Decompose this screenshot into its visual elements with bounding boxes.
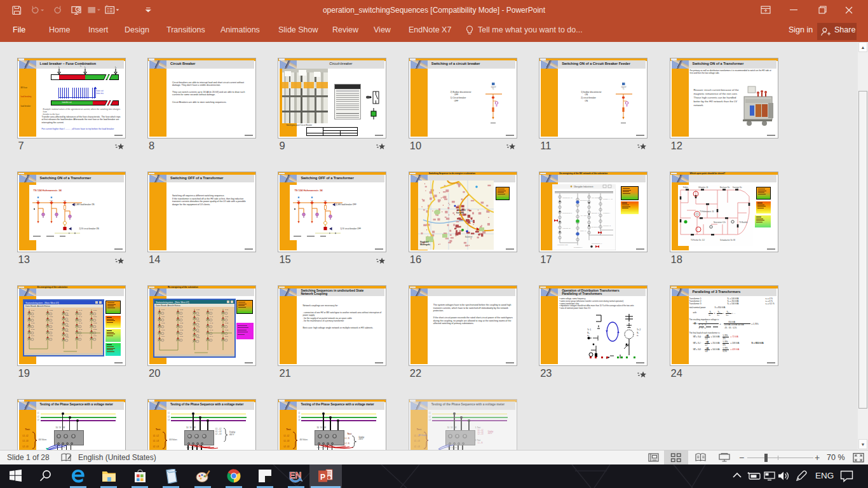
svg-text:N 41: N 41 xyxy=(210,316,214,318)
svg-text:N 40: N 40 xyxy=(79,309,83,311)
svg-text:N 24: N 24 xyxy=(50,335,53,337)
svg-text:N 43: N 43 xyxy=(210,329,214,331)
svg-text:F02: F02 xyxy=(311,200,314,201)
svg-text:N 54: N 54 xyxy=(225,336,229,337)
svg-text:N 53: N 53 xyxy=(93,329,97,330)
svg-text:Tr 2: Tr 2 xyxy=(637,329,641,331)
svg-text:F03: F03 xyxy=(324,200,327,201)
svg-text:N 31: N 31 xyxy=(65,315,69,316)
svg-text:P: P xyxy=(320,473,325,482)
svg-text:Uhlandstr. 20: Uhlandstr. 20 xyxy=(698,186,709,189)
svg-text:N 12: N 12 xyxy=(161,322,165,324)
svg-text:Talstr. 19: Talstr. 19 xyxy=(580,230,587,232)
svg-text:Feldweg 4: Feldweg 4 xyxy=(603,212,611,214)
svg-text:N 21: N 21 xyxy=(180,316,184,318)
svg-text:N 52: N 52 xyxy=(93,322,97,324)
svg-text:N 51: N 51 xyxy=(93,316,97,318)
svg-text:N 35: N 35 xyxy=(196,337,200,339)
svg-text:TS Fürther Str. 112: TS Fürther Str. 112 xyxy=(691,239,705,241)
svg-text:u₁: u₁ xyxy=(637,334,639,337)
svg-text:N 34: N 34 xyxy=(196,331,200,333)
svg-text:N 30: N 30 xyxy=(65,309,69,311)
svg-text:N 30: N 30 xyxy=(196,309,200,311)
svg-text:Stationsleitsystem - [Netz W: Stationsleitsystem - [Netz West 47] xyxy=(156,301,189,304)
svg-text:TS Hohmannstr. 34: TS Hohmannstr. 34 xyxy=(700,210,714,213)
svg-text:F03: F03 xyxy=(63,200,66,201)
svg-text:N 21: N 21 xyxy=(50,316,53,318)
svg-text:Ringstr. 7 - 9a: Ringstr. 7 - 9a xyxy=(603,198,613,200)
svg-text:N 11: N 11 xyxy=(161,316,165,318)
svg-text:N 14: N 14 xyxy=(31,335,35,337)
svg-text:Schwabacher Str. 88: Schwabacher Str. 88 xyxy=(720,239,735,241)
svg-text:N 13: N 13 xyxy=(161,329,165,331)
svg-text:F01: F01 xyxy=(297,200,301,201)
svg-text:Pumpwerk 1: Pumpwerk 1 xyxy=(574,247,583,248)
svg-text:N 14: N 14 xyxy=(161,336,165,337)
svg-text:Bergweg 5: Bergweg 5 xyxy=(592,226,599,228)
svg-text:N 34: N 34 xyxy=(65,330,69,332)
svg-text:N 23: N 23 xyxy=(50,329,53,330)
svg-text:N 40: N 40 xyxy=(210,309,214,311)
svg-text:TS Hauptstr.: TS Hauptstr. xyxy=(592,197,600,199)
svg-text:Am Anger 2: Am Anger 2 xyxy=(580,215,588,217)
svg-text:N 43: N 43 xyxy=(79,329,83,330)
svg-text:N 52: N 52 xyxy=(225,322,229,324)
svg-text:Datei Bearb. Ansicht Extras: Datei Bearb. Ansicht Extras xyxy=(156,304,180,307)
svg-text:N 20: N 20 xyxy=(50,309,53,311)
svg-text:Schulstr. 11: Schulstr. 11 xyxy=(592,212,600,214)
svg-text:S₁: S₁ xyxy=(637,332,639,334)
svg-text:Bahnhof: Bahnhof xyxy=(465,236,472,238)
svg-text:N 32: N 32 xyxy=(196,320,200,322)
svg-text:N 54: N 54 xyxy=(93,335,97,337)
svg-text:N 32: N 32 xyxy=(65,320,69,322)
svg-text:N 13: N 13 xyxy=(31,329,35,330)
svg-text:N 42: N 42 xyxy=(210,322,214,324)
svg-text:Hafenstr. 21: Hafenstr. 21 xyxy=(562,227,571,229)
svg-text:Tr 1: Tr 1 xyxy=(587,329,591,331)
svg-text:N 24: N 24 xyxy=(180,336,184,337)
svg-text:N 44: N 44 xyxy=(210,336,214,337)
svg-text:Breslauer Str.: Breslauer Str. xyxy=(720,186,730,189)
svg-text:N 50: N 50 xyxy=(225,309,229,311)
svg-text:TS Maxfeld: TS Maxfeld xyxy=(739,221,748,224)
svg-text:Industriestr. 12: Industriestr. 12 xyxy=(562,197,573,199)
svg-text:N 10: N 10 xyxy=(161,309,165,311)
svg-text:N 20: N 20 xyxy=(180,309,184,311)
svg-text:N 33: N 33 xyxy=(65,325,69,327)
svg-text:Wohngeb.: Wohngeb. xyxy=(420,243,430,246)
svg-text:N 22: N 22 xyxy=(50,322,53,324)
svg-text:N 11: N 11 xyxy=(31,316,35,318)
svg-text:N 50: N 50 xyxy=(93,309,97,311)
svg-text:Parkallee 2: Parkallee 2 xyxy=(603,225,611,227)
svg-text:N 35: N 35 xyxy=(65,336,69,338)
svg-text:u₀: u₀ xyxy=(587,334,590,337)
svg-text:N 12: N 12 xyxy=(31,322,35,324)
svg-text:S₀: S₀ xyxy=(587,332,590,334)
svg-text:N 10: N 10 xyxy=(31,309,35,311)
svg-text:N 42: N 42 xyxy=(79,322,83,324)
svg-text:N 22: N 22 xyxy=(180,322,184,324)
svg-text:Gewerbehof 3: Gewerbehof 3 xyxy=(562,212,573,214)
svg-text:N 33: N 33 xyxy=(196,326,200,328)
svg-text:N 31: N 31 xyxy=(196,315,200,316)
svg-text:Sportweg 8: Sportweg 8 xyxy=(580,200,588,201)
svg-text:F02: F02 xyxy=(50,200,53,201)
svg-text:N 23: N 23 xyxy=(180,329,184,331)
svg-text:Feldstr.: Feldstr. xyxy=(683,186,689,189)
svg-text:N 51: N 51 xyxy=(225,316,229,318)
svg-text:Datei Bearb. Ansicht Extras: Datei Bearb. Ansicht Extras xyxy=(25,305,50,308)
svg-text:F01: F01 xyxy=(36,200,39,201)
svg-text:Übergabe Industriestr.: Übergabe Industriestr. xyxy=(574,186,594,188)
svg-text:Netzstation 12 b: Netzstation 12 b xyxy=(714,221,726,224)
svg-text:N 53: N 53 xyxy=(225,329,229,331)
svg-text:N 44: N 44 xyxy=(79,335,83,337)
svg-text:Stationsleitsystem - [Netz W: Stationsleitsystem - [Netz West 47] xyxy=(25,302,59,304)
svg-text:N 41: N 41 xyxy=(79,316,83,318)
svg-text:TS Nordring 44: TS Nordring 44 xyxy=(592,243,602,245)
svg-text:hospital: hospital xyxy=(456,212,464,214)
svg-text:Werkshalle Süd: Werkshalle Süd xyxy=(557,244,568,246)
svg-text:Danziger Str.: Danziger Str. xyxy=(733,186,742,189)
